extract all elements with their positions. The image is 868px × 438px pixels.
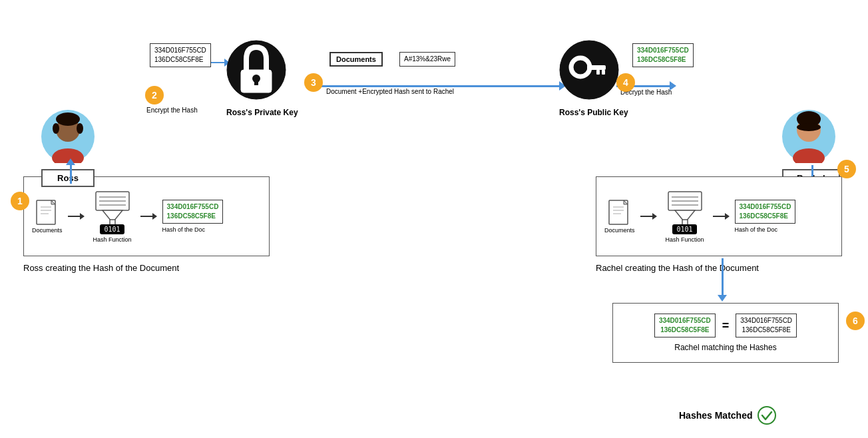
small-arrow-4 [713,213,730,220]
rachel-hash-output: 334D016F755CD136DC58C5F8E Hash of the Do… [735,200,796,233]
svg-point-30 [797,123,821,131]
step-4-label: 4 [623,77,628,88]
svg-rect-24 [596,70,600,75]
svg-point-16 [77,123,83,134]
match-hash-left-value: 334D016F755CD136DC58C5F8E [659,317,711,333]
funnel-svg-left [93,190,132,227]
document-icon-right [608,199,632,226]
equals-sign: = [722,319,730,333]
match-hash-right-value: 334D016F755CD136DC58C5F8E [740,317,792,333]
hashes-matched-container: Hashes Matched [679,406,776,425]
svg-rect-23 [587,65,606,70]
ross-hash-process-box: Documents 0101 Hash Function [23,176,270,256]
svg-point-42 [758,407,775,424]
step3-doc-box: Documents [329,52,383,67]
hash-of-doc-label-left: Hash of the Doc [162,226,206,233]
rachel-hash-value-box: 334D016F755CD136DC58C5F8E [735,200,796,224]
document-icon-left [35,199,59,226]
ross-hash-value: 334D016F755CD136DC58C5F8E [167,203,219,220]
ross-encrypt-hash-box: 334D016F755CD136DC58C5F8E [150,43,211,67]
small-arrow-1 [68,213,85,220]
match-hashes-row: 334D016F755CD136DC58C5F8E = 334D016F755C… [626,314,825,337]
ross-avatar [41,110,95,163]
arrow-up-to-ross [66,158,75,184]
hashes-matched-text: Hashes Matched [679,410,752,421]
step3-text: Document +Encrypted Hash sent to Rachel [326,88,454,95]
ross-decrypted-hash-box: 334D016F755CD136DC58C5F8E [632,43,694,67]
step-4-circle: 4 [616,73,635,92]
step-6-circle: 6 [846,312,865,330]
svg-rect-25 [602,70,605,75]
step-1-circle: 1 [11,192,29,210]
hash-function-label-left: Hash Function [93,236,132,243]
encrypted-hash-box: A#13%&23Rwe [399,52,455,67]
svg-point-15 [53,123,59,134]
step-5-label: 5 [844,164,849,174]
lock-container: Ross's Private Key [226,37,298,117]
match-box: 334D016F755CD136DC58C5F8E = 334D016F755C… [612,303,839,363]
match-hash-right: 334D016F755CD136DC58C5F8E [736,314,797,337]
step-6-label: 6 [853,316,858,326]
hash-funnel-left: 0101 Hash Function [93,190,132,243]
encrypt-label: Encrypt the Hash [146,107,198,114]
documents-label-right: Documents [604,227,635,234]
hash-of-doc-label-right: Hash of the Doc [735,226,778,233]
binary-label-right: 0101 [672,224,696,234]
encrypted-hash-value: A#13%&23Rwe [404,55,451,63]
ross-hash-value-box: 334D016F755CD136DC58C5F8E [162,200,224,224]
svg-point-14 [56,112,80,126]
key-icon [559,37,619,103]
ross-private-key-label: Ross's Private Key [226,108,298,117]
arrow-down-to-match [718,258,727,302]
rachel-doc-area: Documents [604,199,635,234]
step-2-label: 2 [152,90,157,101]
documents-label-left: Documents [32,227,63,234]
lock-icon [226,37,286,103]
step-3-circle: 3 [304,73,323,92]
hash-funnel-right: 0101 Hash Function [665,190,705,243]
rachel-matching-label: Rachel matching the Hashes [626,343,825,352]
step3-documents-label: Documents [329,52,383,67]
svg-rect-20 [254,79,258,85]
step-3-label: 3 [311,77,316,88]
hash-function-label-right: Hash Function [666,236,704,243]
rachel-hash-process-box: Documents 0101 Hash Function [596,176,842,256]
ross-caption: Ross creating the Hash of the Document [23,263,179,273]
rachel-avatar [782,110,835,163]
ross-public-key-label: Ross's Public Key [559,108,628,117]
funnel-svg-right [665,190,705,227]
ross-doc-area: Documents [32,199,63,234]
binary-label-left: 0101 [100,224,124,234]
rachel-caption: Rachel creating the Hash of the Document [596,263,759,273]
small-arrow-3 [640,213,657,220]
step-1-label: 1 [17,196,23,206]
step-2-circle: 2 [145,86,164,105]
small-arrow-2 [140,213,157,220]
ross-encrypt-hash-value: 334D016F755CD136DC58C5F8E [154,47,206,63]
match-hash-left: 334D016F755CD136DC58C5F8E [654,314,716,337]
rachel-hash-value: 334D016F755CD136DC58C5F8E [740,203,791,220]
ross-hash-output: 334D016F755CD136DC58C5F8E Hash of the Do… [162,200,224,233]
checkmark-icon [758,406,776,425]
step-5-circle: 5 [837,160,856,178]
ross-decrypted-hash-value: 334D016F755CD136DC58C5F8E [637,47,689,63]
